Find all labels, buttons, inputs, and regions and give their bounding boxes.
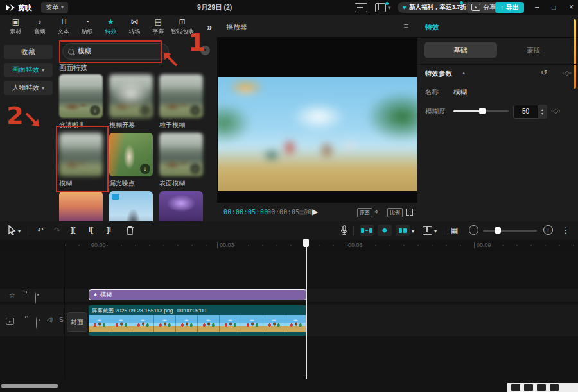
zoom-slider-handle[interactable] (495, 227, 501, 234)
effect-thumbnail[interactable] (109, 191, 153, 221)
tab-captions[interactable]: ▤字幕 (146, 17, 170, 36)
preview-axis-toggle[interactable] (396, 225, 410, 236)
keyframe-control[interactable]: ‹◇› (563, 69, 572, 76)
step-down-icon[interactable]: ▾ (541, 112, 543, 115)
more-tabs-icon[interactable]: » (207, 22, 212, 32)
keyframe-diamond-icon[interactable]: ◇ (565, 69, 570, 76)
download-icon[interactable]: ↓ (140, 164, 150, 174)
preview-quality-icon[interactable]: ▦ (451, 226, 458, 235)
download-icon[interactable]: ↓ (140, 105, 150, 115)
effect-thumbnail[interactable]: ↓ (159, 133, 203, 176)
close-button[interactable]: × (569, 3, 574, 12)
tab-media[interactable]: ▣素材 (4, 17, 28, 36)
effect-card[interactable] (59, 191, 103, 221)
maximize-button[interactable]: □ (552, 3, 556, 12)
timeline-ruler[interactable]: 00:0000:0300:0600:09 (0, 240, 578, 251)
layout-icon[interactable] (375, 3, 386, 12)
divider (353, 226, 354, 235)
blur-slider[interactable] (453, 110, 509, 112)
tab-mask[interactable]: 蒙版 (497, 42, 570, 58)
video-preview[interactable] (218, 77, 417, 191)
undo-button[interactable]: ↶ (37, 226, 44, 235)
zoom-in-icon[interactable]: + (543, 225, 553, 235)
export-button[interactable]: ↑ 导出 (495, 2, 524, 13)
shortcut-keys-icon[interactable] (355, 3, 367, 12)
slider-fill (453, 110, 482, 112)
blur-value-input[interactable]: 50 (513, 105, 538, 119)
cover-button[interactable]: 封面 (67, 312, 87, 332)
tab-transition[interactable]: ⋈转场 (123, 17, 146, 36)
slider-handle[interactable] (479, 108, 486, 114)
tab-basic[interactable]: 基础 (424, 42, 497, 58)
redo-button[interactable]: ↷ (54, 226, 60, 235)
eye-icon[interactable] (35, 292, 36, 304)
effect-card[interactable]: ↓粒子模糊 (159, 74, 203, 130)
auto-link-toggle[interactable] (378, 225, 392, 236)
tab-sticker[interactable]: ◔贴纸 (75, 17, 99, 36)
sidebar-item-favorites[interactable]: 收藏 (4, 45, 53, 59)
tab-label: 贴纸 (76, 28, 98, 35)
value-stepper[interactable]: ▴▾ (538, 105, 547, 119)
video-clip[interactable]: 屏幕截图 2025-09-28 155113.png 00:00:05:00 (89, 305, 307, 336)
split-right-button[interactable]: ]I (107, 226, 111, 234)
effect-thumbnail[interactable]: ↓ (109, 74, 153, 118)
keyframe-diamond-icon[interactable]: ◇ (553, 107, 558, 114)
eye-icon[interactable] (36, 317, 37, 329)
menu-button[interactable]: 菜单 ▾ (41, 2, 68, 13)
split-button[interactable]: ][ (71, 226, 75, 234)
sidebar-item-character-effects[interactable]: 人物特效 ▾ (4, 81, 53, 95)
effect-card[interactable]: ↓模糊开幕 (109, 74, 153, 130)
tab-text[interactable]: TI文本 (51, 17, 75, 36)
effect-card[interactable] (159, 191, 203, 221)
effect-card[interactable] (109, 191, 153, 221)
annotation-rect-blur-card (56, 126, 109, 192)
snap-toggle[interactable] (360, 225, 374, 236)
effect-thumbnail[interactable]: ↓ (109, 133, 153, 176)
effect-thumbnail[interactable] (159, 191, 203, 221)
effect-card[interactable]: ↓表面模糊 (159, 133, 203, 188)
solo-icon[interactable]: S (59, 316, 64, 323)
tab-effects[interactable]: ★特效 (99, 17, 123, 36)
chevron-down-icon[interactable]: ▾ (434, 228, 437, 234)
delete-button[interactable] (126, 226, 134, 235)
effect-thumbnail[interactable] (59, 191, 103, 221)
kebab-menu-icon[interactable]: ⋮ (562, 226, 570, 235)
timeline-zoom-slider[interactable] (483, 230, 537, 232)
select-tool-icon[interactable] (8, 225, 16, 235)
effect-card[interactable]: ↓变清晰 II (59, 74, 103, 130)
chevron-down-icon[interactable]: ▾ (388, 4, 391, 11)
keyframe-control[interactable]: ‹◇› (551, 107, 560, 114)
record-voiceover-icon[interactable] (340, 225, 348, 235)
effect-card[interactable]: ↓漏光噪点 (109, 133, 153, 188)
hamburger-menu-icon[interactable]: ≡ (403, 21, 408, 31)
effect-clip[interactable]: ★ 模糊 (89, 289, 307, 300)
effect-thumbnail[interactable]: ↓ (159, 74, 203, 118)
chevron-down-icon[interactable]: ▾ (18, 228, 21, 234)
download-icon[interactable]: ↓ (190, 105, 200, 115)
clips-icon[interactable] (299, 210, 307, 215)
sidebar-item-screen-effects[interactable]: 画面特效 ▾ (4, 63, 53, 77)
download-icon[interactable]: ↓ (90, 105, 100, 115)
download-icon[interactable]: ↓ (190, 164, 200, 174)
divider (64, 240, 65, 379)
clip-thumbnails (89, 315, 307, 332)
track-mode-icon[interactable] (423, 226, 432, 235)
split-left-button[interactable]: I[ (89, 226, 93, 234)
chevron-down-icon[interactable]: ▾ (412, 228, 414, 234)
mute-icon[interactable]: ◁) (46, 316, 53, 323)
horizontal-scrollbar-thumb[interactable] (1, 384, 58, 388)
fullscreen-icon[interactable] (406, 209, 413, 216)
aspect-ratio-button[interactable]: 比例 (387, 208, 403, 217)
zoom-out-icon[interactable]: − (469, 225, 478, 235)
original-quality-button[interactable]: 原图 (357, 208, 372, 217)
scrollbar-thumb[interactable] (574, 19, 576, 89)
effect-thumbnail[interactable]: ↓ (59, 74, 103, 118)
reset-icon[interactable]: ↺ (541, 68, 547, 77)
minimize-button[interactable]: – (535, 3, 539, 12)
playhead-line[interactable] (306, 239, 307, 379)
collapse-icon[interactable]: ▴ (462, 70, 465, 76)
tab-audio[interactable]: ♪音频 (28, 17, 51, 36)
focus-icon[interactable]: ⌖ (374, 208, 378, 216)
playhead-handle[interactable] (303, 239, 309, 247)
play-button[interactable]: ▶ (312, 207, 318, 216)
